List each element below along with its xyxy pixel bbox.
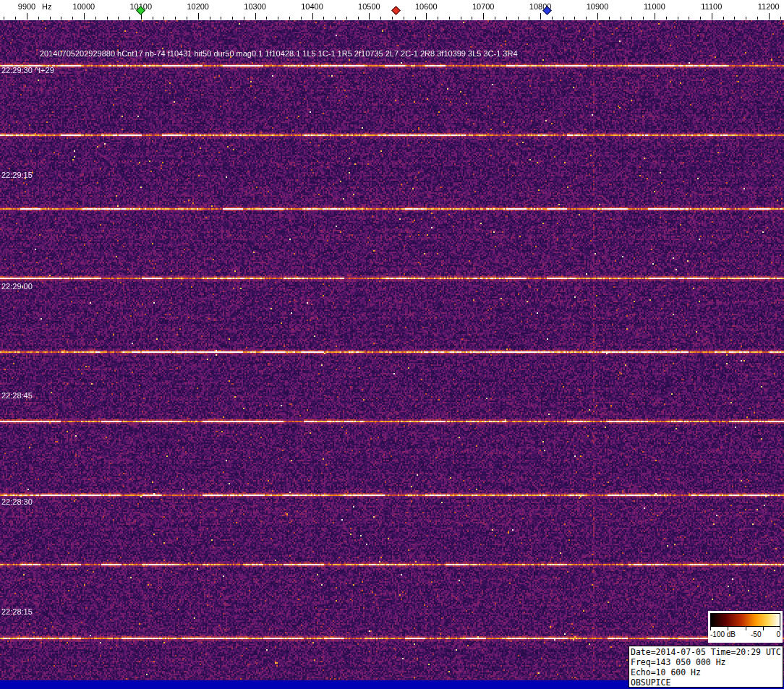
info-line: Freq=143 050 000 Hz (631, 657, 781, 667)
ruler-minor-tick (210, 17, 210, 20)
ruler-major-tick (597, 13, 598, 20)
ruler-minor-tick (438, 17, 438, 20)
colorbar-ticks (710, 627, 780, 630)
ruler-minor-tick (129, 17, 130, 20)
ruler-major-tick (369, 13, 370, 20)
ruler-minor-tick (472, 17, 472, 20)
ruler-minor-tick (153, 17, 153, 20)
colorbar-tick (710, 627, 711, 630)
ruler-minor-tick (72, 17, 73, 20)
ruler-minor-tick (734, 17, 735, 20)
ruler-minor-tick (495, 17, 495, 20)
meteor-spectrogram-app: 9900100001010010200103001040010500106001… (0, 0, 784, 689)
info-line: OBSUPICE (631, 677, 781, 688)
ruler-minor-tick (4, 17, 4, 20)
ruler-minor-tick (392, 17, 393, 20)
ruler-major-tick (84, 13, 85, 20)
ruler-minor-tick (323, 17, 324, 20)
freq-label: 10300 (244, 2, 266, 11)
freq-label: 10600 (415, 2, 438, 11)
ruler-major-tick (198, 13, 199, 20)
ruler-major-tick (712, 13, 712, 20)
colorbar-tick (746, 627, 746, 630)
ruler-minor-tick (506, 17, 507, 20)
ruler-minor-tick (621, 17, 621, 20)
ruler-minor-tick (415, 17, 416, 20)
freq-label: 10200 (187, 2, 209, 11)
ruler-minor-tick (586, 17, 587, 20)
ruler-minor-tick (643, 17, 644, 20)
ruler-major-tick (540, 13, 541, 20)
ruler-minor-tick (380, 17, 381, 20)
freq-label: 11100 (701, 2, 722, 11)
ruler-minor-tick (461, 17, 461, 20)
freq-label: 10500 (358, 2, 380, 11)
freq-label: 11000 (644, 2, 665, 11)
freq-label: 10900 (587, 2, 609, 11)
ruler-minor-tick (163, 17, 164, 20)
ruler-major-tick (426, 13, 427, 20)
colorbar-tick (780, 627, 780, 630)
ruler-minor-tick (301, 17, 302, 20)
freq-label: 10700 (472, 2, 495, 11)
freq-label: 10400 (301, 2, 323, 11)
ruler-minor-tick (404, 17, 404, 20)
ruler-minor-tick (187, 17, 187, 20)
ruler-minor-tick (107, 17, 108, 20)
ruler-minor-tick (609, 17, 610, 20)
ruler-major-tick (769, 13, 770, 20)
ruler-minor-tick (518, 17, 519, 20)
ruler-minor-tick (244, 17, 244, 20)
ruler-minor-tick (723, 17, 724, 20)
ruler-major-tick (312, 13, 313, 20)
ruler-minor-tick (552, 17, 553, 20)
ruler-minor-tick (700, 17, 701, 20)
ruler-major-tick (655, 13, 655, 20)
ruler-minor-tick (50, 17, 51, 20)
colorbar-labels: -100 dB -50 0 (710, 630, 780, 638)
ruler-minor-tick (746, 17, 746, 20)
ruler-minor-tick (289, 17, 290, 20)
ruler-minor-tick (232, 17, 233, 20)
ruler-minor-tick (780, 17, 781, 20)
ruler-minor-tick (631, 17, 632, 20)
ruler-minor-tick (678, 17, 678, 20)
intensity-colorbar: -100 dB -50 0 (708, 611, 783, 643)
info-line: Date=2014-07-05 Time=20:29 UTC (631, 647, 781, 657)
frequency-ruler[interactable]: 9900100001010010200103001040010500106001… (0, 0, 784, 20)
colorbar-label-mid: -50 (751, 630, 761, 638)
freq-unit-label: Hz (42, 2, 51, 11)
ruler-minor-tick (15, 17, 16, 20)
colorbar-tick (763, 627, 764, 630)
spectrogram-area: 20140705202929880 hCnt17 nb-74 f10431 hi… (0, 20, 784, 680)
spectrogram-canvas[interactable] (0, 20, 784, 680)
ruler-minor-tick (666, 17, 667, 20)
colorbar-tick (728, 627, 728, 630)
colorbar-label-max: 0 (776, 630, 780, 638)
ruler-minor-tick (335, 17, 336, 20)
freq-label: 11200 (758, 2, 780, 11)
ruler-minor-tick (278, 17, 278, 20)
freq-marker-red-diamond-icon[interactable] (391, 6, 401, 15)
ruler-minor-tick (574, 17, 575, 20)
ruler-minor-tick (175, 17, 176, 20)
ruler-major-tick (483, 13, 484, 20)
ruler-minor-tick (757, 17, 758, 20)
ruler-minor-tick (38, 17, 39, 20)
info-line: Echo=10 600 Hz (631, 667, 781, 677)
ruler-minor-tick (358, 17, 359, 20)
freq-label: 9900 (18, 2, 35, 11)
ruler-minor-tick (221, 17, 221, 20)
ruler-minor-tick (563, 17, 564, 20)
observation-info-box: Date=2014-07-05 Time=20:29 UTCFreq=143 0… (629, 646, 783, 688)
ruler-minor-tick (449, 17, 450, 20)
freq-label: 10000 (73, 2, 95, 11)
ruler-minor-tick (689, 17, 689, 20)
ruler-minor-tick (266, 17, 267, 20)
colorbar-gradient (710, 613, 780, 627)
ruler-major-tick (255, 13, 256, 20)
ruler-minor-tick (529, 17, 529, 20)
ruler-minor-tick (118, 17, 119, 20)
ruler-minor-tick (61, 17, 61, 20)
ruler-major-tick (27, 13, 27, 20)
